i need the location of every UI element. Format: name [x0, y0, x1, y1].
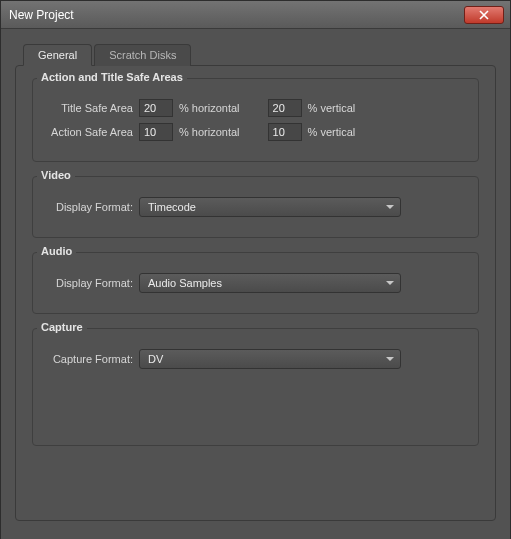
row-video-format: Display Format: Timecode — [49, 197, 462, 217]
row-audio-format: Display Format: Audio Samples — [49, 273, 462, 293]
input-title-safe-h[interactable] — [139, 99, 173, 117]
row-capture-format: Capture Format: DV — [49, 349, 462, 369]
chevron-down-icon — [386, 205, 394, 209]
new-project-dialog: New Project General Scratch Disks Action… — [0, 0, 511, 539]
chevron-down-icon — [386, 281, 394, 285]
dropdown-capture-format[interactable]: DV — [139, 349, 401, 369]
dialog-body: General Scratch Disks Action and Title S… — [1, 29, 510, 531]
label-pct-horiz-1: % horizontal — [173, 102, 246, 114]
tab-panel-general: Action and Title Safe Areas Title Safe A… — [15, 65, 496, 521]
group-safe-areas: Action and Title Safe Areas Title Safe A… — [32, 78, 479, 162]
window-title: New Project — [9, 8, 74, 22]
tab-general[interactable]: General — [23, 44, 92, 66]
close-icon — [479, 10, 489, 20]
dropdown-audio-format[interactable]: Audio Samples — [139, 273, 401, 293]
group-audio: Audio Display Format: Audio Samples — [32, 252, 479, 314]
input-title-safe-v[interactable] — [268, 99, 302, 117]
label-pct-vert-2: % vertical — [302, 126, 362, 138]
close-button[interactable] — [464, 6, 504, 24]
label-pct-horiz-2: % horizontal — [173, 126, 246, 138]
label-capture-format: Capture Format: — [49, 353, 139, 365]
group-title-video: Video — [37, 169, 75, 181]
group-title-safe-areas: Action and Title Safe Areas — [37, 71, 187, 83]
tab-bar: General Scratch Disks — [23, 43, 496, 65]
row-title-safe: Title Safe Area % horizontal % vertical — [49, 99, 462, 117]
dropdown-capture-value: DV — [148, 353, 163, 365]
dialog-footer: Location: C:\userdata\DVstd48 Browse... … — [1, 531, 510, 539]
label-audio-format: Display Format: — [49, 277, 139, 289]
dropdown-audio-value: Audio Samples — [148, 277, 222, 289]
group-capture: Capture Capture Format: DV — [32, 328, 479, 446]
tab-scratch-disks[interactable]: Scratch Disks — [94, 44, 191, 66]
chevron-down-icon — [386, 357, 394, 361]
group-video: Video Display Format: Timecode — [32, 176, 479, 238]
label-title-safe: Title Safe Area — [49, 102, 139, 114]
label-video-format: Display Format: — [49, 201, 139, 213]
group-title-audio: Audio — [37, 245, 76, 257]
row-action-safe: Action Safe Area % horizontal % vertical — [49, 123, 462, 141]
label-action-safe: Action Safe Area — [49, 126, 139, 138]
label-pct-vert-1: % vertical — [302, 102, 362, 114]
dropdown-video-value: Timecode — [148, 201, 196, 213]
dropdown-video-format[interactable]: Timecode — [139, 197, 401, 217]
input-action-safe-v[interactable] — [268, 123, 302, 141]
group-title-capture: Capture — [37, 321, 87, 333]
input-action-safe-h[interactable] — [139, 123, 173, 141]
title-bar: New Project — [1, 1, 510, 29]
